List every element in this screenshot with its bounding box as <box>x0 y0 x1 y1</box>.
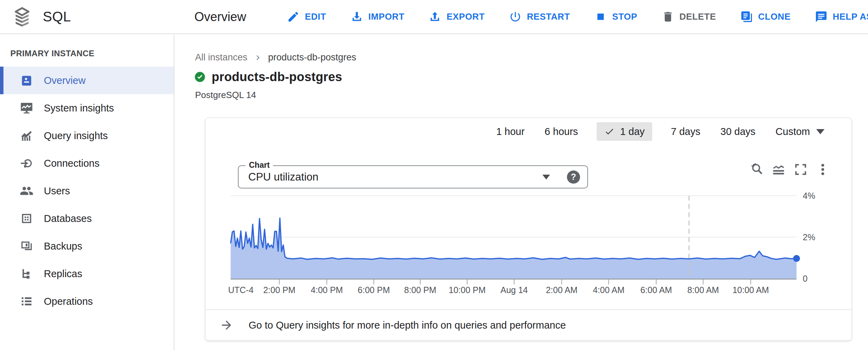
pencil-icon <box>287 10 300 23</box>
instance-title: products-db-postgres <box>212 70 342 84</box>
database-grid-icon <box>19 211 34 226</box>
action-label: DELETE <box>679 11 716 22</box>
export-button[interactable]: EXPORT <box>428 10 485 23</box>
breadcrumb: All instances products-db-postgres <box>195 52 868 63</box>
range-label: 1 day <box>620 126 645 137</box>
action-label: RESTART <box>527 11 570 22</box>
action-label: IMPORT <box>368 11 405 22</box>
area-chart-icon <box>771 162 786 177</box>
svg-text:2:00 PM: 2:00 PM <box>263 285 295 295</box>
trash-icon <box>662 10 674 23</box>
svg-text:8:00 AM: 8:00 AM <box>687 285 719 295</box>
monitor-chart-icon <box>19 101 34 115</box>
chat-icon <box>815 10 828 23</box>
sidebar-item-label: System insights <box>44 103 114 114</box>
help-assistant-button[interactable]: HELP ASSISTANT <box>815 10 868 23</box>
sidebar-item-operations[interactable]: Operations <box>0 288 174 315</box>
time-range-selector: 1 hour 6 hours 1 day 7 days 30 days Cust… <box>495 122 826 141</box>
range-label: 6 hours <box>544 126 578 137</box>
toolbar: Overview EDIT IMPORT EXPORT RESTART <box>174 0 868 33</box>
list-icon <box>19 294 34 309</box>
svg-text:6:00 AM: 6:00 AM <box>640 285 672 295</box>
sidebar-item-backups[interactable]: Backups <box>0 232 174 260</box>
status-ok-icon <box>194 71 205 82</box>
sidebar-nav: Overview System insights Query insights … <box>0 67 174 315</box>
sidebar-item-label: Databases <box>44 213 92 224</box>
instance-title-row: products-db-postgres <box>194 70 868 84</box>
sidebar: PRIMARY INSTANCE Overview System insight… <box>0 35 174 350</box>
chart-select-value: CPU utilization <box>248 171 318 183</box>
sidebar-item-users[interactable]: Users <box>0 177 174 205</box>
range-label: 7 days <box>671 126 700 137</box>
action-label: EDIT <box>305 11 326 22</box>
more-options-button[interactable] <box>815 162 831 177</box>
breadcrumb-current: products-db-postgres <box>268 52 356 63</box>
sidebar-item-overview[interactable]: Overview <box>0 67 174 94</box>
sidebar-item-label: Replicas <box>44 268 82 280</box>
svg-text:2%: 2% <box>803 232 815 242</box>
help-icon[interactable]: ? <box>567 171 580 184</box>
stop-button[interactable]: STOP <box>594 10 637 23</box>
power-icon <box>509 10 522 23</box>
instance-overview-icon <box>19 73 34 88</box>
sidebar-item-databases[interactable]: Databases <box>0 205 174 232</box>
breadcrumb-all-instances[interactable]: All instances <box>195 52 248 63</box>
delete-button[interactable]: DELETE <box>662 10 716 23</box>
zoom-reset-icon <box>749 162 764 177</box>
action-label: STOP <box>612 11 637 22</box>
product-name: SQL <box>43 9 71 25</box>
sidebar-item-label: Users <box>44 185 70 197</box>
instance-actions: EDIT IMPORT EXPORT RESTART STOP <box>287 10 868 23</box>
more-vert-icon <box>816 162 830 177</box>
svg-text:10:00 PM: 10:00 PM <box>449 285 486 295</box>
svg-text:2:00 AM: 2:00 AM <box>546 285 578 295</box>
users-group-icon <box>19 184 34 198</box>
import-button[interactable]: IMPORT <box>350 10 405 23</box>
range-1-hour[interactable]: 1 hour <box>495 122 526 141</box>
sidebar-item-replicas[interactable]: Replicas <box>0 260 174 288</box>
sidebar-item-system-insights[interactable]: System insights <box>0 94 174 122</box>
svg-text:8:00 PM: 8:00 PM <box>404 285 436 295</box>
action-label: CLONE <box>758 11 791 22</box>
sidebar-section-label: PRIMARY INSTANCE <box>10 49 174 58</box>
monitoring-card: 1 hour 6 hours 1 day 7 days 30 days Cust… <box>205 118 852 341</box>
restart-button[interactable]: RESTART <box>509 10 570 23</box>
check-icon <box>604 126 615 137</box>
copy-icon <box>740 10 753 23</box>
chart-toolbar <box>749 162 831 177</box>
edit-button[interactable]: EDIT <box>287 10 326 23</box>
arrow-forward-icon <box>220 318 233 332</box>
backup-copy-icon <box>19 239 34 253</box>
range-1-day[interactable]: 1 day <box>597 122 652 141</box>
svg-text:4:00 PM: 4:00 PM <box>311 285 343 295</box>
footer-link-label: Go to Query insights for more in-depth i… <box>249 320 566 331</box>
range-custom[interactable]: Custom <box>774 122 826 141</box>
sidebar-item-label: Query insights <box>44 130 108 142</box>
main-content: All instances products-db-postgres produ… <box>175 35 868 350</box>
sidebar-item-connections[interactable]: Connections <box>0 149 174 177</box>
fullscreen-button[interactable] <box>793 162 809 177</box>
chart-select-label: Chart <box>245 161 273 170</box>
range-7-days[interactable]: 7 days <box>669 122 702 141</box>
upload-icon <box>428 10 441 23</box>
replica-tree-icon <box>19 266 34 281</box>
action-label: EXPORT <box>446 11 485 22</box>
svg-text:6:00 PM: 6:00 PM <box>358 285 390 295</box>
instance-version: PostgreSQL 14 <box>195 90 868 100</box>
range-label: 30 days <box>721 126 756 137</box>
query-insights-link[interactable]: Go to Query insights for more in-depth i… <box>205 309 851 340</box>
range-label: Custom <box>775 126 810 137</box>
svg-text:4:00 AM: 4:00 AM <box>593 285 625 295</box>
zoom-reset-button[interactable] <box>749 162 764 177</box>
sidebar-item-query-insights[interactable]: Query insights <box>0 122 174 149</box>
clone-button[interactable]: CLONE <box>740 10 791 23</box>
range-6-hours[interactable]: 6 hours <box>543 122 579 141</box>
app-window: SQL Overview EDIT IMPORT EXPORT <box>0 0 868 350</box>
cpu-chart-svg[interactable]: 2:00 PM4:00 PM6:00 PM8:00 PM10:00 PMAug … <box>205 184 852 298</box>
product-home-link[interactable]: SQL <box>0 0 174 33</box>
area-chart-toggle-button[interactable] <box>771 162 787 177</box>
range-30-days[interactable]: 30 days <box>719 122 757 141</box>
dropdown-arrow-icon <box>816 129 824 134</box>
dropdown-arrow-icon <box>542 175 550 179</box>
chevron-right-icon <box>253 53 263 62</box>
